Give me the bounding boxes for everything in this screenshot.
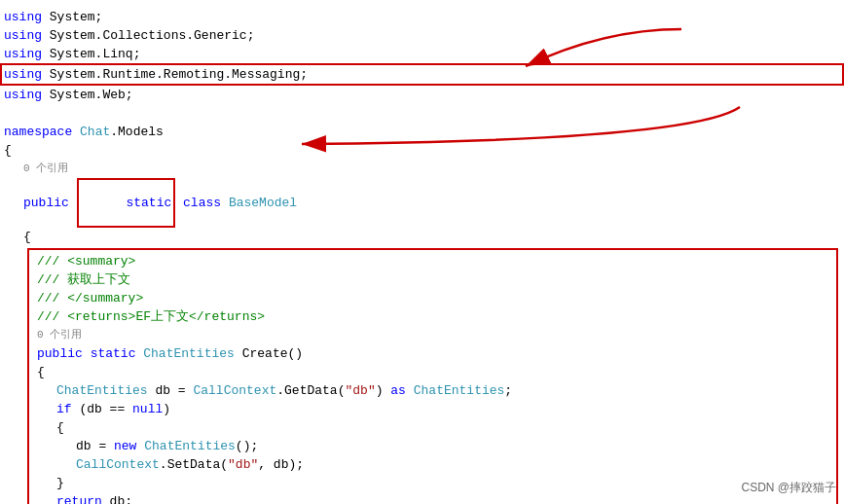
- code-line: return db;: [33, 492, 832, 504]
- code-text: Chat: [80, 123, 110, 141]
- code-text: .SetData(: [160, 455, 228, 474]
- string-literal: "db": [345, 381, 375, 400]
- type-name: CallContext: [193, 381, 276, 400]
- code-text: [83, 344, 91, 363]
- type-name: ChatEntities: [143, 344, 235, 363]
- method-block: /// <summary> /// 获取上下文 /// </summary> /…: [27, 248, 838, 504]
- comment: /// </summary>: [37, 289, 143, 307]
- code-text: System.Linq;: [42, 45, 140, 63]
- keyword: namespace: [4, 123, 72, 141]
- keyword: public: [23, 194, 69, 212]
- code-text: [69, 194, 77, 212]
- keyword: static: [91, 344, 136, 363]
- code-text: db =: [148, 381, 194, 400]
- code-line: using System.Linq;: [0, 45, 844, 63]
- keyword: if: [56, 400, 72, 418]
- static-keyword-box: static: [77, 178, 176, 228]
- keyword: using: [4, 65, 42, 84]
- code-text: [175, 194, 183, 212]
- code-text: System.Runtime.Remoting.Messaging;: [42, 65, 308, 84]
- type-name: ChatEntities: [144, 437, 236, 455]
- keyword: class: [183, 194, 221, 212]
- code-line: using System;: [0, 8, 844, 26]
- code-text: ();: [236, 437, 258, 455]
- code-text: , db);: [258, 455, 304, 474]
- code-line: CallContext .SetData( "db" , db);: [33, 455, 832, 474]
- class-name: BaseModel: [229, 194, 297, 212]
- code-text: ): [376, 381, 391, 400]
- code-line: {: [0, 141, 844, 160]
- code-text: [135, 344, 143, 363]
- keyword: static: [126, 196, 171, 210]
- code-text: System.Web;: [42, 86, 133, 104]
- code-line: /// <summary>: [33, 252, 832, 270]
- code-line: 0 个引用: [0, 160, 844, 178]
- keyword: null: [132, 400, 163, 418]
- code-line: /// 获取上下文: [33, 270, 832, 289]
- code-line: [0, 104, 844, 123]
- code-line: }: [33, 474, 832, 492]
- keyword: using: [4, 45, 42, 63]
- code-line: {: [0, 228, 844, 246]
- keyword: as: [390, 381, 406, 400]
- code-line: {: [33, 418, 832, 437]
- keyword: public: [37, 344, 83, 363]
- comment: /// <returns>EF上下文</returns>: [37, 307, 265, 326]
- code-line: if (db == null ): [33, 400, 832, 418]
- type-name: ChatEntities: [414, 381, 505, 400]
- code-text: [406, 381, 414, 400]
- keyword: return: [56, 492, 102, 504]
- code-line: using System.Web;: [0, 86, 844, 104]
- type-name: CallContext: [76, 455, 160, 474]
- code-text: db;: [102, 492, 132, 504]
- code-text: db =: [76, 437, 114, 455]
- code-editor: using System; using System.Collections.G…: [0, 0, 844, 504]
- keyword: using: [4, 26, 42, 45]
- code-text: [72, 123, 80, 141]
- code-line: using System.Collections.Generic;: [0, 26, 844, 45]
- code-text: Create(): [235, 344, 303, 363]
- string-literal: "db": [228, 455, 258, 474]
- code-line: ChatEntities db = CallContext .GetData( …: [33, 381, 832, 400]
- code-text: .Models: [110, 123, 164, 141]
- code-line: 0 个引用: [33, 326, 832, 344]
- comment: /// <summary>: [37, 252, 135, 270]
- keyword: using: [4, 86, 42, 104]
- code-text: System;: [42, 8, 102, 26]
- highlighted-using-line: using System.Runtime.Remoting.Messaging;: [0, 63, 844, 86]
- comment: /// 获取上下文: [37, 270, 130, 289]
- code-text: ;: [504, 381, 512, 400]
- code-line: public static ChatEntities Create(): [33, 344, 832, 363]
- code-line: namespace Chat.Models: [0, 123, 844, 141]
- code-text: System.Collections.Generic;: [42, 26, 254, 45]
- code-text: [221, 194, 229, 212]
- code-line: /// </summary>: [33, 289, 832, 307]
- code-line: {: [33, 363, 832, 381]
- type-name: ChatEntities: [56, 381, 148, 400]
- code-text: [136, 437, 144, 455]
- ref-count: 0 个引用: [37, 326, 82, 344]
- code-line: db = new ChatEntities ();: [33, 437, 832, 455]
- keyword: new: [114, 437, 136, 455]
- code-text: ): [163, 400, 170, 418]
- keyword: using: [4, 8, 42, 26]
- code-line: public static class BaseModel: [0, 178, 844, 228]
- watermark: CSDN @摔跤猫子: [741, 480, 836, 496]
- code-line: /// <returns>EF上下文</returns>: [33, 307, 832, 326]
- code-text: .GetData(: [276, 381, 345, 400]
- code-text: (db ==: [72, 400, 132, 418]
- ref-count: 0 个引用: [23, 160, 68, 178]
